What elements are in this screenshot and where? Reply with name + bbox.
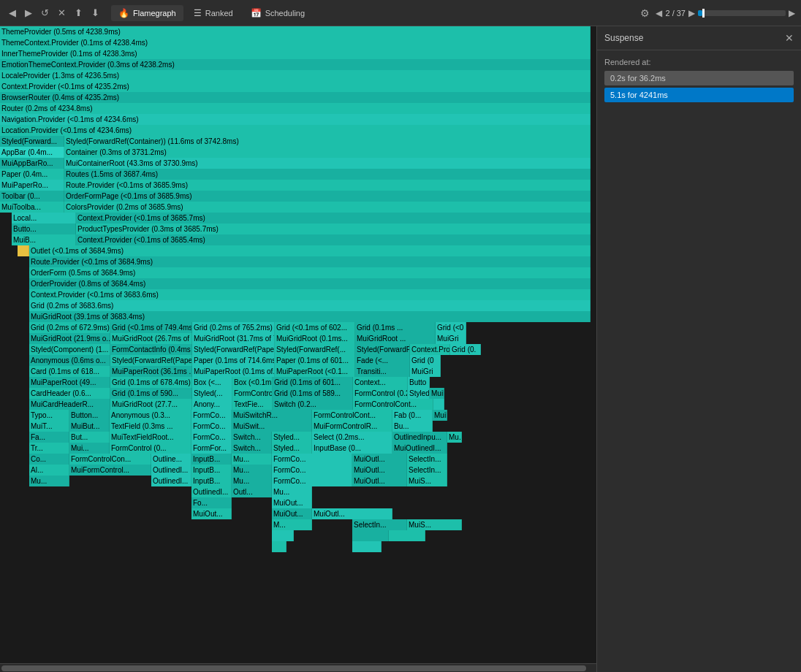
bar-textfield-03[interactable]: TextField (0.3ms ... [110, 421, 191, 432]
bar-location[interactable]: Location.Provider (<0.1ms of 4234.6ms) [0, 125, 591, 136]
flame-row[interactable]: Butto... ProductTypesProvider (0.3ms of … [0, 224, 592, 234]
bar-styled-container[interactable]: Styled(ForwardRef(Container)) (11.6ms of… [64, 136, 591, 147]
bar-g2[interactable]: Grid (<0.1ms of 749.4ms) [110, 322, 192, 333]
close-button[interactable]: ✕ [785, 32, 794, 44]
bar-routeprovider1[interactable]: Route.Provider (<0.1ms of 3685.9ms) [64, 180, 591, 191]
bar-muib[interactable]: MuiB... [12, 234, 76, 245]
bar-mg1[interactable]: MuiGridRoot (21.9ms o... [29, 333, 110, 344]
bar-mui-sm[interactable]: Mui... [69, 443, 110, 454]
bar-transiti[interactable]: Transiti... [355, 366, 410, 377]
bar-cardheader[interactable]: CardHeader (0.6... [29, 388, 110, 399]
flame-row-bottom[interactable] [0, 530, 592, 541]
bar-paper1[interactable]: Paper (0.4m... [0, 169, 64, 180]
bar-sfr2[interactable]: Styled(ForwardRef(... [275, 344, 355, 355]
bar-box1[interactable]: Box (<... [192, 377, 232, 388]
bar-formcontrolcont[interactable]: FormControlCont... [353, 399, 433, 410]
bar-muiswit[interactable]: MuiSwit... [232, 421, 312, 432]
flame-row-multi[interactable]: Grid (0.2ms of 672.9ms) Grid (<0.1ms of … [0, 322, 592, 333]
bar-inputbase-0[interactable]: InputBase (0... [312, 443, 392, 454]
bar-mu-last[interactable]: Mu... [272, 486, 312, 497]
bar-g3[interactable]: Grid (0.2ms of 765.2ms) [192, 322, 275, 333]
bar-formco[interactable]: FormCo... [191, 410, 232, 421]
render-item-1[interactable]: 0.2s for 36.2ms [604, 71, 794, 85]
bar-context3[interactable]: Context.Provider (<0.1ms of 3685.4ms) [76, 234, 591, 245]
bar-formco-3[interactable]: FormCo... [272, 476, 352, 486]
bar-colorsprovider[interactable]: ColorsProvider (0.2ms of 3685.9ms) [64, 202, 591, 213]
bar-paper-601[interactable]: Paper (0.1ms of 601... [275, 355, 355, 366]
flame-row[interactable]: ThemeContext.Provider (0.1ms of 4238.4ms… [0, 37, 592, 48]
bar-formco-mui[interactable]: FormCo... [272, 465, 352, 476]
bar-fa[interactable]: Fa... [29, 432, 69, 443]
flame-row-multi[interactable]: Co... FormControlCon... Outline... Input… [0, 454, 592, 465]
bar-g1[interactable]: Grid (0.2ms of 672.9ms) [29, 322, 110, 333]
bar-grid-27[interactable]: MuiGridRoot (27.7... [110, 399, 192, 410]
bar-formcontrolcont2[interactable]: FormControlCont... [312, 410, 392, 421]
bar-fo1[interactable]: Fo... [191, 497, 232, 508]
bar-mpr3[interactable]: MuiPaperRoot (<0.1... [275, 366, 355, 377]
bar-muiselect2[interactable]: MuiS... [407, 519, 462, 530]
bar-co[interactable]: Co... [29, 454, 69, 465]
bar-box2[interactable]: Box (<0.1ms o... [232, 377, 273, 388]
bar-bottom3[interactable] [389, 530, 425, 541]
bar-context-prov[interactable]: Context.Prov... [410, 344, 450, 355]
bar-styled-sm[interactable]: Styled(... [408, 388, 430, 399]
flame-row-bottom2[interactable] [0, 541, 592, 552]
bar-formcontrol-l[interactable]: FormControlL... [232, 388, 273, 399]
bar-anon1[interactable]: Anonymous (0.6ms o... [29, 355, 110, 366]
bar-routeprovider2[interactable]: Route.Provider (<0.1ms of 3684.9ms) [29, 256, 591, 267]
bar-navigation[interactable]: Navigation.Provider (<0.1ms of 4234.6ms) [0, 114, 591, 125]
bar-formfor[interactable]: FormFor... [191, 443, 232, 454]
bar-mu-sm[interactable]: Mu... [232, 454, 272, 465]
bar-grid-590[interactable]: Grid (0.1ms of 590... [110, 388, 192, 399]
bar-mu-sm3[interactable]: Mu... [232, 476, 272, 486]
flame-row-multi[interactable]: OutlinedI... Outl... Mu... [0, 486, 592, 497]
flame-row[interactable]: MuiAppBarRo... MuiContainerRoot (43.3ms … [0, 158, 592, 169]
flame-row[interactable]: LocaleProvider (1.3ms of 4236.5ms) [0, 70, 592, 81]
horizontal-scrollbar[interactable] [0, 663, 596, 672]
bar-appbar[interactable]: AppBar (0.4m... [0, 147, 64, 158]
bar-muiformcontrol[interactable]: MuiFormControl... [69, 465, 151, 476]
bar-yellow1[interactable] [18, 245, 29, 256]
bar-muioutlinedi[interactable]: MuiOutlinedI... [392, 443, 447, 454]
bar-vbottom2[interactable] [352, 541, 381, 552]
bar-context5[interactable]: Context... [353, 377, 408, 388]
bar-mpr2[interactable]: MuiPaperRoot (0.1ms of... [192, 366, 275, 377]
flame-row[interactable]: Styled(Forward... Styled(ForwardRef(Cont… [0, 136, 592, 147]
flame-row[interactable]: MuiB... Context.Provider (<0.1ms of 3685… [0, 234, 592, 245]
bar-fade[interactable]: Fade (<... [355, 355, 410, 366]
bar-but[interactable]: But... [69, 432, 110, 443]
bar-themeprovider[interactable]: ThemeProvider (0.5ms of 4238.9ms) [0, 26, 591, 37]
bar-formcontrol-2[interactable]: FormControl (0.2... [353, 388, 408, 399]
flame-row[interactable]: Local... Context.Provider (<0.1ms of 368… [0, 213, 592, 224]
bar-orderformpage[interactable]: OrderFormPage (<0.1ms of 3685.9ms) [64, 191, 591, 202]
bar-anon-sm[interactable] [433, 399, 444, 410]
bar-button[interactable]: Button... [69, 410, 110, 421]
flame-row-multi[interactable]: Al... MuiFormControl... OutlinedI... Inp… [0, 465, 592, 476]
bar-mu-2[interactable]: Mu... [29, 476, 69, 486]
bar-g4[interactable]: Grid (<0.1ms of 602... [275, 322, 355, 333]
flame-row[interactable]: Context.Provider (<0.1ms of 3683.6ms) [0, 289, 592, 300]
flame-row[interactable]: OrderProvider (0.8ms of 3684.4ms) [0, 278, 592, 289]
flame-row[interactable]: ThemeProvider (0.5ms of 4238.9ms) [0, 26, 592, 37]
bar-outlinedi3[interactable]: OutlinedI... [191, 486, 232, 497]
bar-mg4[interactable]: MuiGridRoot (0.1ms... [275, 333, 355, 344]
bar-selectin[interactable]: SelectIn... [407, 454, 447, 465]
bar-toolbar[interactable]: Toolbar (0... [0, 191, 64, 202]
stop-button[interactable]: ✕ [55, 6, 69, 20]
flame-row-multi[interactable]: MuiCardHeaderR... MuiGridRoot (27.7... A… [0, 399, 592, 410]
tab-flamegraph[interactable]: 🔥 Flamegraph [111, 5, 183, 21]
bar-outlinedi4[interactable]: Outl... [232, 486, 272, 497]
bar-muibut[interactable]: MuiBut... [69, 421, 110, 432]
flame-scroll-area[interactable]: ThemeProvider (0.5ms of 4238.9ms) ThemeC… [0, 26, 596, 663]
bar-local[interactable]: Local... [12, 213, 76, 224]
flame-row[interactable]: MuiGridRoot (39.1ms of 3683.4ms) [0, 311, 592, 322]
bar-outlinedi2[interactable]: OutlinedI... [151, 476, 191, 486]
flame-row-multi[interactable]: MuiGridRoot (21.9ms o... MuiGridRoot (26… [0, 333, 592, 344]
bar-button-sm[interactable]: Butto [408, 377, 430, 388]
next-button[interactable]: ▶ [688, 8, 695, 18]
download-button[interactable]: ⬇ [88, 6, 102, 20]
bar-router[interactable]: Router (0.2ms of 4234.8ms) [0, 103, 591, 114]
bar-switch-02[interactable]: Switch (0.2... [273, 399, 353, 410]
flame-row[interactable]: OrderForm (0.5ms of 3684.9ms) [0, 267, 592, 278]
flame-row[interactable]: InnerThemeProvider (0.1ms of 4238.3ms) [0, 48, 592, 59]
